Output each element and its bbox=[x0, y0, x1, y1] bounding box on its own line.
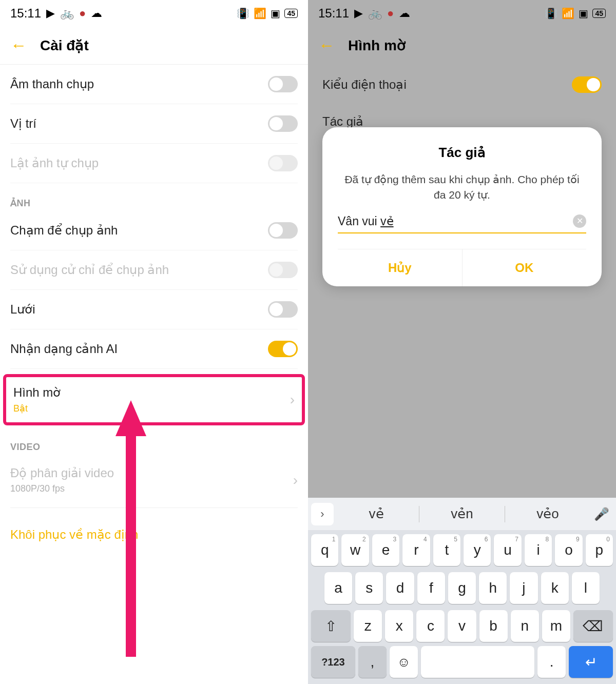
row-label: Chạm để chụp ảnh bbox=[10, 223, 118, 238]
key-g[interactable]: g bbox=[448, 572, 476, 604]
period-key[interactable]: . bbox=[537, 646, 566, 678]
shift-key[interactable]: ⇧ bbox=[311, 610, 351, 642]
key-j[interactable]: j bbox=[510, 572, 537, 604]
key-e[interactable]: e3 bbox=[372, 534, 399, 566]
back-arrow-icon[interactable]: ← bbox=[10, 36, 27, 55]
status-bar: 15:11 ▶ 🚲 ● ☁ 📳 📶 ▣ 45 bbox=[308, 0, 616, 25]
key-n[interactable]: n bbox=[511, 610, 539, 642]
watermark-row[interactable]: Hình mờ Bật › bbox=[3, 374, 305, 425]
chevron-right-icon: › bbox=[293, 472, 298, 488]
key-f[interactable]: f bbox=[417, 572, 445, 604]
author-input[interactable]: Vân vui vẻ ✕ bbox=[338, 214, 586, 233]
shutter-sound-row[interactable]: Âm thanh chụp bbox=[10, 65, 298, 104]
cloud-icon: ☁ bbox=[399, 7, 410, 20]
page-title: Cài đặt bbox=[40, 37, 89, 54]
key-z[interactable]: z bbox=[354, 610, 382, 642]
tap-to-shoot-row[interactable]: Chạm để chụp ảnh bbox=[10, 211, 298, 250]
suggestion-item[interactable]: vẻo bbox=[507, 502, 588, 526]
key-x[interactable]: x bbox=[385, 610, 413, 642]
row-label: Độ phân giải video bbox=[10, 466, 114, 480]
key-b[interactable]: b bbox=[479, 610, 508, 642]
suggestion-item[interactable]: vẻ bbox=[336, 502, 417, 526]
emoji-key[interactable]: ☺ bbox=[390, 646, 418, 678]
key-l[interactable]: l bbox=[572, 572, 600, 604]
status-bar: 15:11 ▶ 🚲 ● ☁ 📳 📶 ▣ 45 bbox=[0, 0, 308, 25]
gesture-shoot-toggle bbox=[268, 262, 298, 278]
key-m[interactable]: m bbox=[542, 610, 570, 642]
ai-scene-toggle[interactable] bbox=[268, 341, 298, 357]
back-arrow-icon[interactable]: ← bbox=[318, 36, 335, 55]
vibrate-icon: 📳 bbox=[545, 7, 557, 19]
symbols-key[interactable]: ?123 bbox=[311, 646, 355, 678]
ai-scene-row[interactable]: Nhận dạng cảnh AI bbox=[10, 329, 298, 369]
battery-indicator: 45 bbox=[284, 9, 298, 18]
key-k[interactable]: k bbox=[541, 572, 569, 604]
enter-key[interactable]: ↵ bbox=[569, 646, 613, 678]
key-s[interactable]: s bbox=[355, 572, 383, 604]
vibrate-icon: 📳 bbox=[237, 7, 249, 19]
cancel-button[interactable]: Hủy bbox=[338, 249, 462, 286]
battery-indicator: 45 bbox=[592, 9, 606, 18]
chevron-right-icon: › bbox=[290, 392, 295, 408]
bike-icon: 🚲 bbox=[60, 7, 74, 20]
fire-icon: ● bbox=[387, 7, 394, 20]
page-title: Hình mờ bbox=[348, 37, 406, 54]
grid-row[interactable]: Lưới bbox=[10, 290, 298, 329]
row-sub: 1080P/30 fps bbox=[10, 483, 114, 494]
cloud-icon: ☁ bbox=[91, 7, 102, 20]
key-i[interactable]: i8 bbox=[525, 534, 552, 566]
youtube-icon: ▶ bbox=[46, 7, 55, 20]
restore-defaults-button[interactable]: Khôi phục về mặc định bbox=[10, 507, 298, 557]
row-label: Sử dụng cử chỉ để chụp ảnh bbox=[10, 263, 169, 277]
mic-icon[interactable]: 🎤 bbox=[590, 503, 613, 525]
row-sub: Bật bbox=[13, 403, 61, 414]
status-time: 15:11 bbox=[10, 6, 41, 21]
ok-button[interactable]: OK bbox=[462, 249, 587, 286]
key-o[interactable]: o9 bbox=[555, 534, 582, 566]
youtube-icon: ▶ bbox=[354, 7, 363, 20]
video-res-row: Độ phân giải video 1080P/30 fps › bbox=[10, 455, 298, 505]
wifi-icon: 📶 bbox=[562, 7, 574, 19]
wifi-icon: 📶 bbox=[254, 7, 266, 19]
key-h[interactable]: h bbox=[479, 572, 507, 604]
phone-model-toggle[interactable] bbox=[572, 76, 602, 93]
row-label: Kiểu điện thoại bbox=[322, 77, 407, 92]
clear-input-icon[interactable]: ✕ bbox=[573, 214, 586, 228]
dialog-title: Tác giả bbox=[338, 145, 586, 161]
backspace-key[interactable]: ⌫ bbox=[573, 610, 613, 642]
author-label: Tác giả bbox=[322, 103, 602, 129]
expand-suggestions-icon[interactable]: › bbox=[311, 503, 334, 525]
header: ← Cài đặt bbox=[0, 25, 308, 65]
row-label: Âm thanh chụp bbox=[10, 77, 94, 91]
comma-key[interactable]: , bbox=[358, 646, 387, 678]
suggestion-item[interactable]: vẻn bbox=[421, 502, 503, 526]
header: ← Hình mờ bbox=[308, 25, 616, 64]
key-v[interactable]: v bbox=[448, 610, 476, 642]
key-q[interactable]: q1 bbox=[311, 534, 338, 566]
flip-selfie-toggle bbox=[268, 155, 298, 171]
key-w[interactable]: w2 bbox=[341, 534, 369, 566]
cast-icon: ▣ bbox=[579, 7, 588, 19]
section-video-label: VIDEO bbox=[10, 427, 298, 455]
row-label: Lật ảnh tự chụp bbox=[10, 156, 99, 170]
gesture-shoot-row: Sử dụng cử chỉ để chụp ảnh bbox=[10, 250, 298, 290]
phone-model-row[interactable]: Kiểu điện thoại bbox=[322, 64, 602, 103]
author-dialog: Tác giả Đã tự động thêm sau khi chụp ảnh… bbox=[322, 127, 602, 286]
location-toggle[interactable] bbox=[268, 115, 298, 132]
space-key[interactable] bbox=[421, 646, 534, 678]
key-p[interactable]: p0 bbox=[586, 534, 613, 566]
key-y[interactable]: y6 bbox=[464, 534, 491, 566]
key-a[interactable]: a bbox=[324, 572, 352, 604]
key-t[interactable]: t5 bbox=[433, 534, 460, 566]
key-d[interactable]: d bbox=[386, 572, 414, 604]
location-row[interactable]: Vị trí bbox=[10, 104, 298, 144]
key-c[interactable]: c bbox=[416, 610, 445, 642]
key-u[interactable]: u7 bbox=[494, 534, 521, 566]
watermark-screen: 15:11 ▶ 🚲 ● ☁ 📳 📶 ▣ 45 ← Hình mờ Kiểu đi… bbox=[308, 0, 616, 684]
settings-screen: 15:11 ▶ 🚲 ● ☁ 📳 📶 ▣ 45 ← Cài đặt Âm than… bbox=[0, 0, 308, 684]
key-r[interactable]: r4 bbox=[402, 534, 430, 566]
tap-to-shoot-toggle[interactable] bbox=[268, 222, 298, 239]
shutter-sound-toggle[interactable] bbox=[268, 76, 298, 92]
grid-toggle[interactable] bbox=[268, 301, 298, 318]
row-label: Hình mờ bbox=[13, 385, 61, 400]
